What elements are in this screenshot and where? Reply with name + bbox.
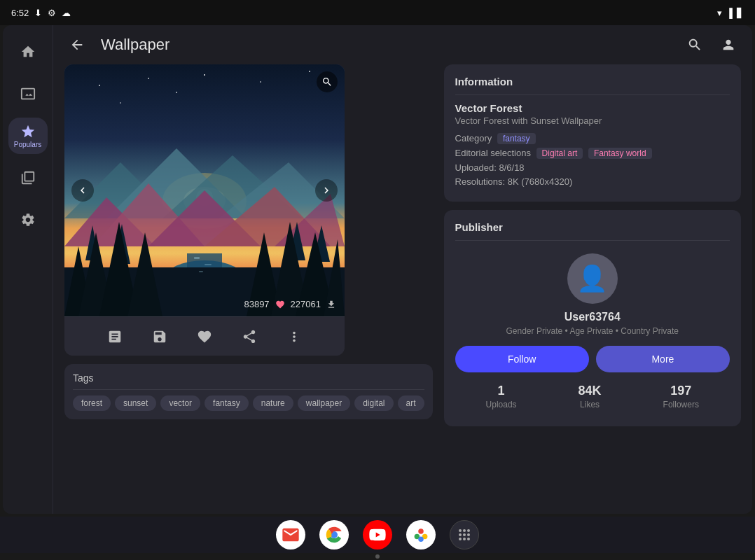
- svg-point-50: [463, 538, 466, 540]
- save-button[interactable]: [146, 323, 174, 351]
- tag-chip[interactable]: wallpaper: [298, 396, 350, 411]
- category-row: Category fantasy: [455, 133, 730, 144]
- sidebar-item-gallery[interactable]: [8, 76, 48, 112]
- svg-point-46: [459, 533, 462, 536]
- left-panel: 83897 227061: [64, 64, 433, 503]
- back-button[interactable]: [64, 32, 90, 57]
- svg-point-44: [463, 529, 466, 532]
- share-icon: [242, 329, 257, 344]
- home-icon: [20, 44, 36, 59]
- publisher-card: Publisher 👤 User63764 Gender Private • A…: [444, 210, 741, 426]
- editorial-tag-2[interactable]: Fantasy world: [588, 148, 652, 159]
- resolutions-value: 8K (7680x4320): [508, 176, 573, 187]
- save-icon: [152, 329, 167, 344]
- more-button[interactable]: More: [596, 346, 730, 372]
- gallery-icon: [20, 86, 36, 102]
- battery-icon: ▋: [737, 8, 744, 18]
- wallpaper-stats: 83897 227061: [244, 299, 336, 309]
- set-wallpaper-button[interactable]: [101, 323, 129, 351]
- editorial-row: Editorial selections Digital art Fantasy…: [455, 148, 730, 159]
- profile-icon: [721, 37, 736, 52]
- publisher-meta: Gender Private • Age Private • Country P…: [506, 326, 679, 336]
- svg-point-3: [204, 74, 205, 76]
- tags-section: Tags forestsunsetvectorfantasynaturewall…: [64, 364, 433, 419]
- taskbar: [0, 517, 755, 553]
- uploaded-value: 8/6/18: [499, 162, 524, 173]
- apps-icon[interactable]: [450, 520, 479, 550]
- tag-chip[interactable]: fantasy: [205, 396, 249, 411]
- information-card: Information Vector Forest Vector Forest …: [444, 64, 741, 202]
- share-button[interactable]: [235, 323, 263, 351]
- wallpaper-image: 83897 227061: [64, 64, 345, 316]
- follow-button[interactable]: Follow: [455, 346, 589, 372]
- zoom-button[interactable]: [317, 71, 338, 92]
- svg-point-49: [459, 538, 462, 540]
- sidebar-item-collections[interactable]: [8, 160, 48, 196]
- tag-chip[interactable]: nature: [253, 396, 293, 411]
- followers-value: 197: [670, 384, 691, 398]
- editorial-label: Editorial selections: [455, 148, 531, 158]
- tag-chip[interactable]: vector: [160, 396, 200, 411]
- sidebar-item-populars[interactable]: Populars: [8, 118, 48, 154]
- svg-point-2: [148, 78, 149, 79]
- previous-button[interactable]: [71, 179, 94, 202]
- uploads-label: Uploads: [486, 400, 517, 410]
- wallpaper-name: Vector Forest: [455, 102, 730, 114]
- home-indicator[interactable]: [375, 554, 380, 559]
- youtube-icon[interactable]: [363, 520, 392, 550]
- settings-icon: [20, 212, 36, 227]
- uploaded-label: Uploaded:: [455, 162, 497, 173]
- resolutions-label: Resolutions:: [455, 176, 506, 187]
- tags-label: Tags: [73, 372, 424, 390]
- more-options-button[interactable]: [280, 323, 308, 351]
- svg-point-7: [176, 92, 177, 93]
- heart-icon: [275, 300, 285, 309]
- publisher-title: Publisher: [455, 221, 730, 241]
- like-button[interactable]: [191, 323, 219, 351]
- editorial-tag-1[interactable]: Digital art: [536, 148, 583, 159]
- information-title: Information: [455, 76, 730, 95]
- tag-chip[interactable]: sunset: [115, 396, 156, 411]
- status-bar: 6:52 ⬇ ⚙ ☁ ▾ ▐ ▋: [0, 0, 755, 25]
- sidebar-item-home[interactable]: [8, 34, 48, 70]
- svg-rect-36: [205, 264, 212, 265]
- status-bar-left: 6:52 ⬇ ⚙ ☁: [11, 8, 71, 18]
- sidebar-item-settings[interactable]: [8, 202, 48, 238]
- svg-point-42: [418, 537, 424, 542]
- search-button[interactable]: [682, 32, 707, 57]
- signal-icon: ▐: [726, 8, 733, 18]
- likes-value: 84K: [579, 384, 602, 398]
- top-bar: Wallpaper: [53, 25, 752, 64]
- page-title: Wallpaper: [101, 36, 671, 54]
- tag-chip[interactable]: art: [398, 396, 424, 411]
- set-wallpaper-icon: [107, 329, 123, 344]
- profile-button[interactable]: [716, 32, 741, 57]
- action-bar: [64, 316, 345, 356]
- publisher-name: User63764: [564, 311, 621, 323]
- uploads-stat: 1 Uploads: [486, 384, 517, 410]
- status-bar-right: ▾ ▐ ▋: [717, 8, 744, 18]
- svg-point-5: [309, 71, 310, 72]
- wallpaper-svg: [64, 64, 345, 316]
- gmail-icon[interactable]: [276, 520, 305, 550]
- category-tag[interactable]: fantasy: [497, 133, 536, 144]
- svg-rect-35: [194, 257, 200, 259]
- sidebar: Populars: [3, 25, 53, 514]
- next-button[interactable]: [315, 179, 338, 202]
- right-panel: Information Vector Forest Vector Forest …: [444, 64, 741, 503]
- followers-stat: 197 Followers: [663, 384, 699, 410]
- publisher-body: 👤 User63764 Gender Private • Age Private…: [455, 248, 730, 415]
- uploads-value: 1: [498, 384, 505, 398]
- uploaded-row: Uploaded: 8/6/18: [455, 162, 730, 173]
- back-arrow-icon: [69, 37, 85, 52]
- tags-row: forestsunsetvectorfantasynaturewallpaper…: [73, 396, 424, 411]
- photos-icon[interactable]: [406, 520, 436, 550]
- tag-chip[interactable]: digital: [354, 396, 393, 411]
- svg-point-51: [467, 538, 470, 540]
- resolutions-row: Resolutions: 8K (7680x4320): [455, 176, 730, 187]
- chrome-icon[interactable]: [319, 520, 349, 550]
- tag-chip[interactable]: forest: [73, 396, 111, 411]
- svg-point-39: [418, 528, 424, 534]
- category-label: Category: [455, 133, 492, 144]
- like-count: 83897: [244, 299, 269, 309]
